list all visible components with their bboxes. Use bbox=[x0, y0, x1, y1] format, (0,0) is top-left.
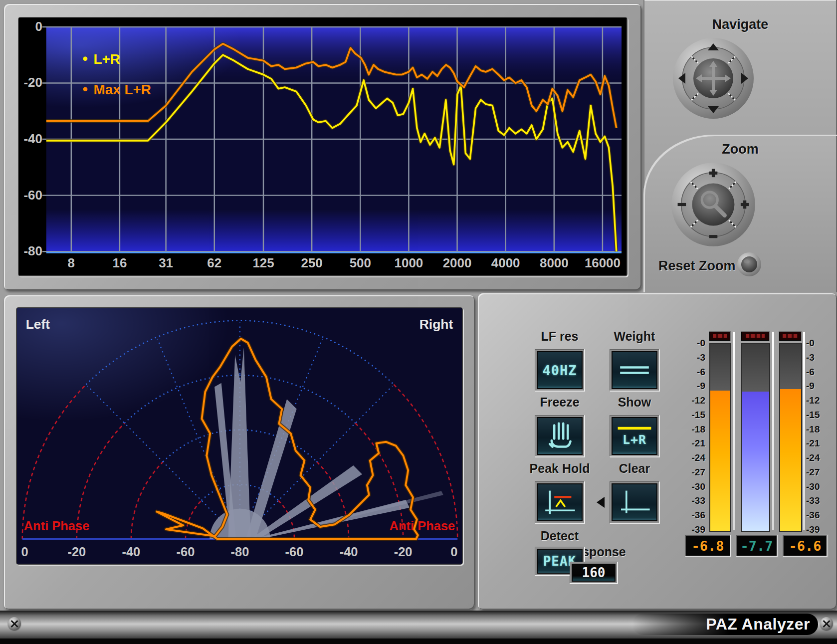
navigate-pad-icon bbox=[671, 36, 756, 121]
meter-scale-tick: -18 bbox=[676, 424, 705, 435]
peak-indicator-mid bbox=[741, 332, 769, 341]
lf-res-label: LF res bbox=[522, 329, 597, 344]
svg-text:31: 31 bbox=[159, 256, 173, 270]
freeze-button[interactable] bbox=[535, 415, 585, 457]
controls-panel: LF res Weight Freeze Show Peak Hold Clea… bbox=[478, 293, 837, 610]
response-value: 160 bbox=[582, 565, 606, 580]
svg-text:-20: -20 bbox=[394, 545, 413, 559]
peak-indicator-right bbox=[779, 332, 801, 341]
show-value: L+R bbox=[623, 432, 646, 447]
svg-text:0: 0 bbox=[450, 545, 457, 559]
svg-text:16000: 16000 bbox=[585, 256, 621, 270]
screw-icon bbox=[820, 617, 833, 630]
meter-scale-tick: -6 bbox=[806, 367, 835, 378]
link-left-arrow-icon bbox=[597, 497, 605, 508]
screw-icon bbox=[8, 617, 21, 630]
meter-scale-tick: -9 bbox=[676, 381, 705, 392]
spectrum-chart: 0-20-40-60-80816316212525050010002000400… bbox=[19, 18, 627, 275]
svg-text:2000: 2000 bbox=[443, 256, 472, 270]
reset-zoom-label: Reset Zoom bbox=[658, 258, 738, 274]
svg-text:-80: -80 bbox=[231, 545, 249, 559]
svg-text:L+R: L+R bbox=[94, 51, 120, 67]
meter-divider bbox=[803, 332, 805, 530]
meter-scale-tick: -0 bbox=[676, 338, 705, 349]
spectrum-panel: 0-20-40-60-80816316212525050010002000400… bbox=[4, 4, 641, 290]
svg-text:0: 0 bbox=[21, 545, 28, 559]
svg-text:Right: Right bbox=[419, 317, 453, 332]
clear-button[interactable] bbox=[610, 481, 659, 523]
svg-text:500: 500 bbox=[350, 256, 371, 270]
svg-text:0: 0 bbox=[35, 19, 42, 33]
level-readout-mid: -7.7 bbox=[736, 535, 778, 557]
level-readout-mid-value: -7.7 bbox=[740, 538, 773, 554]
meter-scale-tick: -30 bbox=[806, 481, 835, 492]
zoom-pad[interactable] bbox=[669, 161, 757, 248]
detect-label: Detect bbox=[522, 529, 597, 543]
meter-scale-tick: -39 bbox=[676, 524, 705, 535]
meter-scale-tick: -12 bbox=[676, 395, 705, 406]
show-label: Show bbox=[597, 395, 672, 410]
hand-icon bbox=[538, 418, 582, 454]
phase-chart: LeftRightAnti PhaseAnti Phase0-20-40-60-… bbox=[17, 308, 462, 564]
svg-text:8000: 8000 bbox=[540, 256, 569, 270]
svg-text:16: 16 bbox=[113, 256, 127, 270]
lf-res-button[interactable]: 40HZ bbox=[535, 349, 585, 391]
phase-screen: LeftRightAnti PhaseAnti Phase0-20-40-60-… bbox=[17, 308, 462, 564]
meter-scale-tick: -30 bbox=[676, 481, 705, 492]
clear-axes-icon bbox=[613, 484, 656, 520]
show-button[interactable]: L+R bbox=[610, 415, 659, 457]
level-readout-right: -6.6 bbox=[783, 535, 828, 557]
svg-text:Max L+R: Max L+R bbox=[94, 82, 152, 97]
meter-scale-tick: -18 bbox=[806, 424, 835, 435]
clear-label: Clear bbox=[597, 461, 672, 476]
meter-scale-right: -0-3-6-9-12-15-18-21-24-27-30-33-36-39 bbox=[806, 293, 835, 610]
weight-button[interactable] bbox=[610, 349, 659, 391]
level-readout-right-value: -6.6 bbox=[789, 538, 821, 554]
meter-scale-tick: -3 bbox=[806, 352, 835, 363]
peak-hold-button[interactable] bbox=[535, 481, 585, 523]
paz-analyzer-window: 0-20-40-60-80816316212525050010002000400… bbox=[0, 0, 837, 644]
svg-text:-40: -40 bbox=[23, 132, 42, 146]
svg-text:125: 125 bbox=[252, 256, 274, 270]
lf-res-value: 40HZ bbox=[542, 363, 577, 378]
meter-scale-tick: -21 bbox=[806, 438, 835, 449]
plugin-title-pill: PAZ Analyzer bbox=[632, 614, 818, 635]
svg-text:8: 8 bbox=[68, 256, 75, 270]
svg-text:-20: -20 bbox=[67, 545, 86, 559]
navigate-pad[interactable] bbox=[671, 36, 756, 121]
reset-zoom-button-icon bbox=[736, 251, 762, 277]
svg-text:-60: -60 bbox=[23, 188, 42, 202]
svg-text:-60: -60 bbox=[177, 545, 195, 559]
weight-lines-icon bbox=[613, 352, 656, 388]
level-readout-left-value: -6.8 bbox=[691, 538, 724, 554]
meter-scale-tick: -15 bbox=[676, 410, 705, 421]
meter-scale-tick: -3 bbox=[676, 352, 705, 363]
meter-divider bbox=[772, 332, 774, 530]
svg-text:-20: -20 bbox=[23, 75, 42, 89]
meter-divider bbox=[733, 332, 735, 530]
freeze-label: Freeze bbox=[522, 395, 597, 410]
svg-text:250: 250 bbox=[301, 256, 323, 270]
meter-scale-tick: -27 bbox=[806, 467, 835, 478]
zoom-label: Zoom bbox=[643, 142, 837, 157]
meter-scale-tick: -39 bbox=[806, 524, 835, 535]
spectrum-screen: 0-20-40-60-80816316212525050010002000400… bbox=[19, 18, 627, 275]
level-meter-left bbox=[709, 343, 731, 532]
meter-scale-tick: -33 bbox=[676, 495, 705, 506]
level-meter-right bbox=[779, 343, 802, 532]
svg-text:-40: -40 bbox=[122, 545, 140, 559]
svg-text:62: 62 bbox=[207, 256, 221, 270]
meter-scale-tick: -21 bbox=[676, 438, 705, 449]
meter-scale-tick: -6 bbox=[676, 367, 705, 378]
meter-scale-tick: -33 bbox=[806, 495, 835, 506]
reset-zoom-button[interactable] bbox=[736, 251, 762, 277]
meter-scale-tick: -9 bbox=[806, 381, 835, 392]
meter-scale-tick: -0 bbox=[806, 338, 835, 349]
svg-text:-40: -40 bbox=[340, 545, 358, 559]
svg-text:•: • bbox=[83, 81, 88, 97]
response-display[interactable]: 160 bbox=[570, 562, 618, 584]
svg-text:Left: Left bbox=[26, 317, 50, 332]
svg-text:Anti Phase: Anti Phase bbox=[24, 519, 90, 533]
svg-text:-80: -80 bbox=[23, 244, 42, 258]
meter-scale-tick: -36 bbox=[806, 510, 835, 521]
